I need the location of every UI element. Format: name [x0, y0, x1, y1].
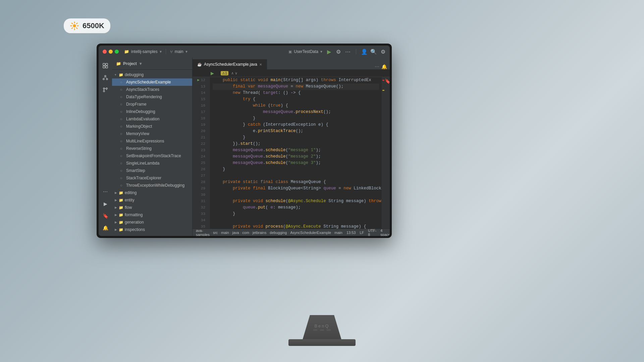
- sidebar-header: 📁 Project ▾: [112, 58, 192, 70]
- svg-rect-12: [106, 66, 108, 68]
- tree-item-label: editing: [125, 190, 137, 195]
- sidebar-item-markingobject[interactable]: ○ MarkingObject: [112, 123, 192, 130]
- gutter-line-12: ▶ 12: [193, 77, 207, 83]
- monitor-control-1[interactable]: [313, 329, 317, 331]
- gutter-line-32: 32: [193, 204, 207, 211]
- monitor: 📁 intellij-samples ▾ ⑂ main ▾ ▣ UserTest…: [97, 44, 392, 238]
- sidebar-item-editing[interactable]: ▶ 📁 editing: [112, 189, 192, 196]
- gutter-line-34: 34: [193, 217, 207, 224]
- svg-line-5: [72, 23, 72, 24]
- tree-arrow-icon: ▶: [115, 206, 119, 209]
- bc-java-samples: ava-samples: [196, 229, 210, 236]
- class-icon: ○: [120, 146, 125, 150]
- code-line-25: messageQueue.schedule("message 3");: [213, 160, 379, 166]
- search-button[interactable]: 🔍: [371, 49, 376, 54]
- gutter-line-31: 31: [193, 198, 207, 204]
- more-tools-icon[interactable]: ⋯: [100, 186, 111, 197]
- sidebar-item-debugging[interactable]: ▾ 📁 debugging: [112, 71, 192, 78]
- sidebar: 📁 Project ▾ ▾ 📁 debugging ○ Asyn: [112, 58, 193, 236]
- code-line-33: }: [213, 211, 379, 217]
- tree-item-label: ThrowExceptionWhileDebugging: [126, 183, 184, 188]
- sun-icon: [70, 21, 79, 31]
- class-icon: ○: [120, 124, 125, 128]
- class-icon: ○: [120, 183, 125, 187]
- warning-badge: ⚠1: [221, 71, 228, 75]
- run-line-icon: ▶: [197, 77, 200, 83]
- sidebar-item-asyncscheduler[interactable]: ○ AsyncSchedulerExample: [112, 78, 192, 86]
- code-editor[interactable]: ▶ 12 13 14 15 16: [193, 77, 390, 229]
- sidebar-tree[interactable]: ▾ 📁 debugging ○ AsyncSchedulerExample ○ …: [112, 70, 192, 236]
- vcs-icon[interactable]: [100, 84, 111, 95]
- scrollbar-strip[interactable]: [382, 77, 385, 229]
- sidebar-item-multilineexpressions[interactable]: ○ MultiLineExpressions: [112, 137, 192, 145]
- project-icon[interactable]: [100, 60, 111, 71]
- tree-item-label: LambdaEvaluation: [126, 117, 159, 121]
- sidebar-item-singlelinelambda[interactable]: ○ SingleLineLambda: [112, 160, 192, 167]
- tab-file-icon: ☕: [197, 62, 202, 67]
- svg-point-19: [103, 90, 105, 92]
- run-config-section[interactable]: ▣ UserTestData ▾: [288, 49, 322, 54]
- bc-src: src: [213, 231, 218, 235]
- monitor-control-2[interactable]: [320, 329, 324, 331]
- tab-options-icon[interactable]: ⋯: [375, 64, 379, 69]
- sidebar-item-setbreakpoint[interactable]: ○ SetBreakpointFromStackTrace: [112, 152, 192, 160]
- sidebar-item-reversestring[interactable]: ○ ReverseString: [112, 145, 192, 152]
- tree-item-label: MemoryView: [126, 131, 149, 136]
- sidebar-item-inlinedebugging[interactable]: ○ InlineDebugging: [112, 108, 192, 115]
- activity-bar: ⋯ ▶ 🔖 🔔: [99, 58, 112, 236]
- sidebar-item-datatyperendering[interactable]: ○ DataTypeRendering: [112, 93, 192, 101]
- sidebar-item-throwexception[interactable]: ○ ThrowExceptionWhileDebugging: [112, 182, 192, 189]
- sidebar-item-dropframe[interactable]: ○ DropFrame: [112, 101, 192, 108]
- tree-item-label: SingleLineLambda: [126, 161, 159, 166]
- tree-arrow-icon: ▶: [115, 228, 119, 231]
- sidebar-item-formatting[interactable]: ▶ 📁 formatting: [112, 211, 192, 219]
- structure-icon[interactable]: [100, 72, 111, 83]
- tab-asyncscheduler[interactable]: ☕ AsyncSchedulerExample.java ✕: [193, 59, 267, 69]
- sidebar-item-stacktraceexplorer[interactable]: ○ StackTraceExplorer: [112, 174, 192, 182]
- settings-button[interactable]: ⚙: [380, 49, 386, 54]
- class-icon: ○: [120, 102, 125, 106]
- minimize-button[interactable]: [109, 50, 113, 54]
- notifications-bell-icon[interactable]: 🔔: [381, 64, 387, 69]
- tab-close-button[interactable]: ✕: [259, 63, 262, 66]
- code-content[interactable]: public static void main(String[] args) t…: [210, 77, 382, 229]
- bookmark-icon[interactable]: 🔖: [100, 210, 111, 221]
- divider: [166, 49, 166, 54]
- gutter-line-15: 15: [193, 96, 207, 103]
- code-line-35: private void process(@Async.Execute Stri…: [213, 224, 379, 229]
- monitor-control-3[interactable]: [327, 329, 331, 331]
- tree-arrow-icon: ▶: [115, 221, 119, 224]
- folder-icon: 📁: [119, 228, 123, 232]
- sidebar-item-memoryview[interactable]: ○ MemoryView: [112, 130, 192, 137]
- run-button[interactable]: ▶: [326, 49, 332, 54]
- sidebar-item-lambdaevaluation[interactable]: ○ LambdaEvaluation: [112, 115, 192, 123]
- tree-item-label: AsyncStackTraces: [126, 87, 159, 92]
- svg-line-17: [105, 77, 107, 78]
- warning-expand-icon[interactable]: ∧ ∨: [231, 71, 237, 75]
- close-button[interactable]: [103, 50, 107, 54]
- sidebar-item-generation[interactable]: ▶ 📁 generation: [112, 219, 192, 226]
- bc-java: java: [232, 231, 239, 235]
- sidebar-item-flow[interactable]: ▶ 📁 flow: [112, 204, 192, 211]
- code-line-19: } catch (InterruptedException e) {: [213, 122, 379, 128]
- status-encoding: UTF-8: [368, 229, 376, 236]
- run-dash-icon[interactable]: ▶: [100, 198, 111, 209]
- svg-point-15: [106, 78, 108, 80]
- maximize-button[interactable]: [115, 50, 119, 54]
- code-line-16: while (true) {: [213, 103, 379, 109]
- gutter-line-30: 30: [193, 192, 207, 198]
- code-line-14: new Thread( target: () -> {: [213, 90, 379, 96]
- bc-debugging: debugging: [270, 231, 287, 235]
- sidebar-item-entity[interactable]: ▶ 📁 entity: [112, 196, 192, 204]
- sidebar-item-inspections[interactable]: ▶ 📁 inspections: [112, 226, 192, 233]
- branch-section[interactable]: ⑂ main ▾: [170, 49, 187, 54]
- sidebar-item-smartstep[interactable]: ○ SmartStep: [112, 167, 192, 174]
- project-section[interactable]: 📁 intellij-samples ▾: [124, 49, 162, 54]
- sidebar-item-asyncstacktraces[interactable]: ○ AsyncStackTraces: [112, 86, 192, 93]
- profile-button[interactable]: 👤: [362, 49, 367, 54]
- bookmark-side-icon[interactable]: 🔖: [385, 78, 390, 85]
- branch-icon: ⑂: [170, 49, 173, 54]
- notifications-icon[interactable]: 🔔: [100, 223, 111, 233]
- debug-button[interactable]: ⚙: [336, 49, 341, 54]
- more-button[interactable]: ⋯: [345, 49, 351, 54]
